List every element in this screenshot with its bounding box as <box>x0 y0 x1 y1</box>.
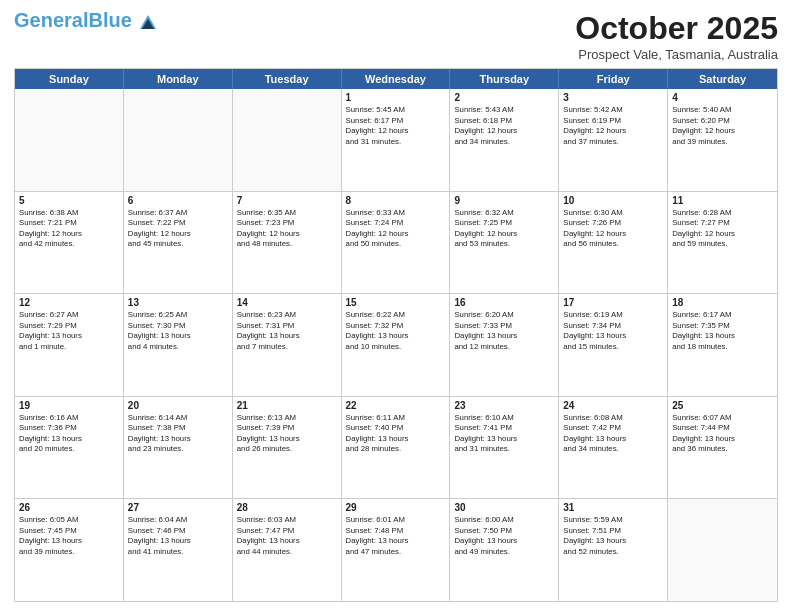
day-cell-24: 24Sunrise: 6:08 AM Sunset: 7:42 PM Dayli… <box>559 397 668 499</box>
week-row-1: 1Sunrise: 5:45 AM Sunset: 6:17 PM Daylig… <box>15 89 777 192</box>
logo-icon <box>139 13 157 31</box>
month-title: October 2025 <box>575 10 778 47</box>
day-cell-10: 10Sunrise: 6:30 AM Sunset: 7:26 PM Dayli… <box>559 192 668 294</box>
day-cell-20: 20Sunrise: 6:14 AM Sunset: 7:38 PM Dayli… <box>124 397 233 499</box>
header-monday: Monday <box>124 69 233 89</box>
day-cell-30: 30Sunrise: 6:00 AM Sunset: 7:50 PM Dayli… <box>450 499 559 601</box>
day-num-23: 23 <box>454 400 554 411</box>
day-cell-23: 23Sunrise: 6:10 AM Sunset: 7:41 PM Dayli… <box>450 397 559 499</box>
day-num-29: 29 <box>346 502 446 513</box>
day-info-8: Sunrise: 6:33 AM Sunset: 7:24 PM Dayligh… <box>346 208 446 250</box>
day-info-24: Sunrise: 6:08 AM Sunset: 7:42 PM Dayligh… <box>563 413 663 455</box>
day-num-7: 7 <box>237 195 337 206</box>
day-num-24: 24 <box>563 400 663 411</box>
logo-blue: Blue <box>88 9 131 31</box>
day-cell-22: 22Sunrise: 6:11 AM Sunset: 7:40 PM Dayli… <box>342 397 451 499</box>
day-cell-6: 6Sunrise: 6:37 AM Sunset: 7:22 PM Daylig… <box>124 192 233 294</box>
day-num-27: 27 <box>128 502 228 513</box>
day-cell-5: 5Sunrise: 6:38 AM Sunset: 7:21 PM Daylig… <box>15 192 124 294</box>
empty-day-cell <box>15 89 124 191</box>
day-info-5: Sunrise: 6:38 AM Sunset: 7:21 PM Dayligh… <box>19 208 119 250</box>
header-saturday: Saturday <box>668 69 777 89</box>
day-num-22: 22 <box>346 400 446 411</box>
day-info-25: Sunrise: 6:07 AM Sunset: 7:44 PM Dayligh… <box>672 413 773 455</box>
day-num-9: 9 <box>454 195 554 206</box>
day-num-8: 8 <box>346 195 446 206</box>
day-cell-9: 9Sunrise: 6:32 AM Sunset: 7:25 PM Daylig… <box>450 192 559 294</box>
header: GeneralBlue October 2025 Prospect Vale, … <box>14 10 778 62</box>
day-info-6: Sunrise: 6:37 AM Sunset: 7:22 PM Dayligh… <box>128 208 228 250</box>
day-info-10: Sunrise: 6:30 AM Sunset: 7:26 PM Dayligh… <box>563 208 663 250</box>
week-row-4: 19Sunrise: 6:16 AM Sunset: 7:36 PM Dayli… <box>15 397 777 500</box>
week-rows: 1Sunrise: 5:45 AM Sunset: 6:17 PM Daylig… <box>15 89 777 601</box>
day-info-7: Sunrise: 6:35 AM Sunset: 7:23 PM Dayligh… <box>237 208 337 250</box>
day-num-25: 25 <box>672 400 773 411</box>
day-num-14: 14 <box>237 297 337 308</box>
day-info-18: Sunrise: 6:17 AM Sunset: 7:35 PM Dayligh… <box>672 310 773 352</box>
page: GeneralBlue October 2025 Prospect Vale, … <box>0 0 792 612</box>
day-info-9: Sunrise: 6:32 AM Sunset: 7:25 PM Dayligh… <box>454 208 554 250</box>
empty-day-cell <box>668 499 777 601</box>
day-num-19: 19 <box>19 400 119 411</box>
day-num-18: 18 <box>672 297 773 308</box>
day-info-31: Sunrise: 5:59 AM Sunset: 7:51 PM Dayligh… <box>563 515 663 557</box>
day-cell-31: 31Sunrise: 5:59 AM Sunset: 7:51 PM Dayli… <box>559 499 668 601</box>
day-cell-3: 3Sunrise: 5:42 AM Sunset: 6:19 PM Daylig… <box>559 89 668 191</box>
day-cell-11: 11Sunrise: 6:28 AM Sunset: 7:27 PM Dayli… <box>668 192 777 294</box>
day-num-15: 15 <box>346 297 446 308</box>
day-info-13: Sunrise: 6:25 AM Sunset: 7:30 PM Dayligh… <box>128 310 228 352</box>
day-info-3: Sunrise: 5:42 AM Sunset: 6:19 PM Dayligh… <box>563 105 663 147</box>
header-sunday: Sunday <box>15 69 124 89</box>
day-cell-17: 17Sunrise: 6:19 AM Sunset: 7:34 PM Dayli… <box>559 294 668 396</box>
day-cell-1: 1Sunrise: 5:45 AM Sunset: 6:17 PM Daylig… <box>342 89 451 191</box>
day-num-4: 4 <box>672 92 773 103</box>
day-num-30: 30 <box>454 502 554 513</box>
day-cell-27: 27Sunrise: 6:04 AM Sunset: 7:46 PM Dayli… <box>124 499 233 601</box>
header-tuesday: Tuesday <box>233 69 342 89</box>
day-cell-8: 8Sunrise: 6:33 AM Sunset: 7:24 PM Daylig… <box>342 192 451 294</box>
day-info-4: Sunrise: 5:40 AM Sunset: 6:20 PM Dayligh… <box>672 105 773 147</box>
title-block: October 2025 Prospect Vale, Tasmania, Au… <box>575 10 778 62</box>
header-friday: Friday <box>559 69 668 89</box>
day-cell-18: 18Sunrise: 6:17 AM Sunset: 7:35 PM Dayli… <box>668 294 777 396</box>
day-num-17: 17 <box>563 297 663 308</box>
day-num-20: 20 <box>128 400 228 411</box>
header-wednesday: Wednesday <box>342 69 451 89</box>
day-info-27: Sunrise: 6:04 AM Sunset: 7:46 PM Dayligh… <box>128 515 228 557</box>
week-row-3: 12Sunrise: 6:27 AM Sunset: 7:29 PM Dayli… <box>15 294 777 397</box>
day-num-31: 31 <box>563 502 663 513</box>
day-num-12: 12 <box>19 297 119 308</box>
empty-day-cell <box>233 89 342 191</box>
day-num-26: 26 <box>19 502 119 513</box>
day-info-28: Sunrise: 6:03 AM Sunset: 7:47 PM Dayligh… <box>237 515 337 557</box>
day-cell-29: 29Sunrise: 6:01 AM Sunset: 7:48 PM Dayli… <box>342 499 451 601</box>
logo: GeneralBlue <box>14 10 157 31</box>
day-cell-4: 4Sunrise: 5:40 AM Sunset: 6:20 PM Daylig… <box>668 89 777 191</box>
day-info-15: Sunrise: 6:22 AM Sunset: 7:32 PM Dayligh… <box>346 310 446 352</box>
day-cell-14: 14Sunrise: 6:23 AM Sunset: 7:31 PM Dayli… <box>233 294 342 396</box>
day-info-22: Sunrise: 6:11 AM Sunset: 7:40 PM Dayligh… <box>346 413 446 455</box>
day-num-13: 13 <box>128 297 228 308</box>
day-num-11: 11 <box>672 195 773 206</box>
day-cell-12: 12Sunrise: 6:27 AM Sunset: 7:29 PM Dayli… <box>15 294 124 396</box>
day-info-19: Sunrise: 6:16 AM Sunset: 7:36 PM Dayligh… <box>19 413 119 455</box>
day-info-20: Sunrise: 6:14 AM Sunset: 7:38 PM Dayligh… <box>128 413 228 455</box>
logo-text: GeneralBlue <box>14 10 157 31</box>
day-info-2: Sunrise: 5:43 AM Sunset: 6:18 PM Dayligh… <box>454 105 554 147</box>
day-cell-28: 28Sunrise: 6:03 AM Sunset: 7:47 PM Dayli… <box>233 499 342 601</box>
day-cell-25: 25Sunrise: 6:07 AM Sunset: 7:44 PM Dayli… <box>668 397 777 499</box>
day-info-29: Sunrise: 6:01 AM Sunset: 7:48 PM Dayligh… <box>346 515 446 557</box>
day-headers: Sunday Monday Tuesday Wednesday Thursday… <box>15 69 777 89</box>
day-info-17: Sunrise: 6:19 AM Sunset: 7:34 PM Dayligh… <box>563 310 663 352</box>
day-num-2: 2 <box>454 92 554 103</box>
day-num-3: 3 <box>563 92 663 103</box>
day-info-21: Sunrise: 6:13 AM Sunset: 7:39 PM Dayligh… <box>237 413 337 455</box>
day-cell-7: 7Sunrise: 6:35 AM Sunset: 7:23 PM Daylig… <box>233 192 342 294</box>
day-info-26: Sunrise: 6:05 AM Sunset: 7:45 PM Dayligh… <box>19 515 119 557</box>
day-info-16: Sunrise: 6:20 AM Sunset: 7:33 PM Dayligh… <box>454 310 554 352</box>
day-cell-15: 15Sunrise: 6:22 AM Sunset: 7:32 PM Dayli… <box>342 294 451 396</box>
day-info-1: Sunrise: 5:45 AM Sunset: 6:17 PM Dayligh… <box>346 105 446 147</box>
empty-day-cell <box>124 89 233 191</box>
day-num-28: 28 <box>237 502 337 513</box>
day-cell-13: 13Sunrise: 6:25 AM Sunset: 7:30 PM Dayli… <box>124 294 233 396</box>
